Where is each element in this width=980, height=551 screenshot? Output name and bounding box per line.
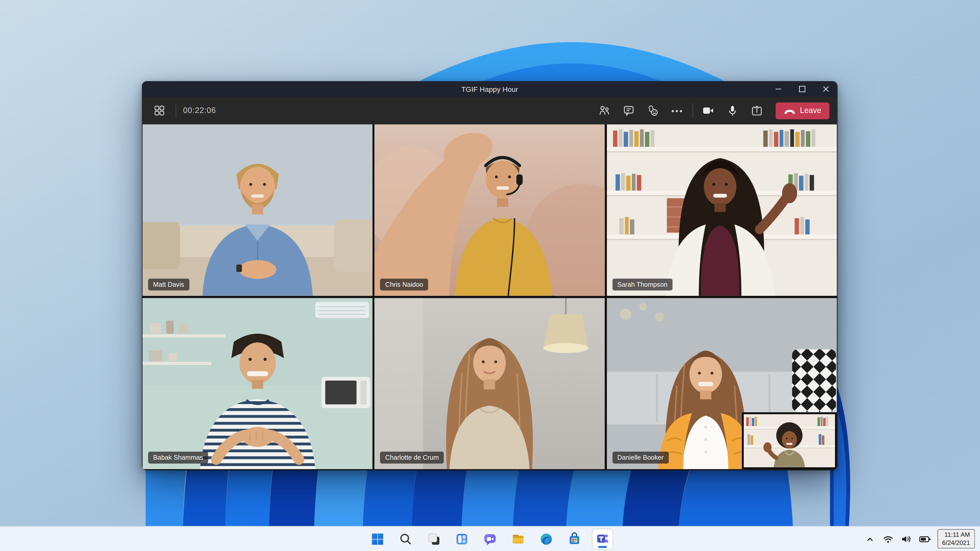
self-video-feed: [744, 414, 835, 467]
chat-icon: [622, 104, 635, 117]
network-button[interactable]: [881, 533, 894, 545]
edge-icon: [539, 531, 554, 546]
grid-view-icon: [153, 104, 165, 117]
leave-button[interactable]: Leave: [776, 102, 829, 119]
toolbar-divider: [176, 104, 176, 118]
camera-on-icon: [702, 104, 714, 117]
microphone-button[interactable]: [723, 101, 741, 120]
gallery-view-button[interactable]: [150, 101, 169, 120]
participant-name-label: Chris Naidoo: [380, 279, 428, 290]
task-view-button[interactable]: [424, 529, 444, 549]
start-button[interactable]: [368, 529, 387, 549]
widgets-button[interactable]: [452, 529, 472, 549]
widgets-icon: [454, 531, 469, 546]
self-view-pip[interactable]: [742, 412, 837, 469]
maximize-button[interactable]: [790, 81, 814, 97]
tray-chevron-button[interactable]: [863, 533, 876, 545]
file-explorer-button[interactable]: [508, 529, 528, 549]
ellipsis-icon: •••: [671, 106, 683, 115]
video-tile-matt-davis[interactable]: Matt Davis: [142, 124, 372, 295]
window-titlebar[interactable]: TGIF Happy Hour: [142, 81, 838, 97]
video-feed: [375, 124, 605, 295]
windows-start-icon: [370, 531, 385, 546]
tray-time: 11:11 AM: [942, 531, 970, 539]
reactions-button[interactable]: [644, 101, 662, 120]
task-view-icon: [426, 531, 441, 546]
share-screen-button[interactable]: [748, 101, 766, 120]
search-button[interactable]: [396, 529, 415, 549]
edge-browser-button[interactable]: [536, 529, 556, 549]
system-tray: 11:11 AM 6/24/2021: [863, 527, 975, 551]
volume-button[interactable]: [900, 533, 912, 545]
chat-button[interactable]: [619, 101, 638, 120]
file-explorer-icon: [511, 531, 526, 546]
video-feed: [142, 124, 372, 295]
video-tile-sarah-thompson[interactable]: Sarah Thompson: [607, 124, 837, 295]
tray-date: 6/24/2021: [942, 539, 970, 547]
microphone-icon: [726, 104, 739, 117]
window-title: TGIF Happy Hour: [142, 85, 838, 93]
teams-meeting-window: TGIF Happy Hour: [142, 81, 838, 470]
chat-app-button[interactable]: [480, 529, 500, 549]
battery-icon: [918, 533, 932, 545]
toolbar-left: 00:22:06: [150, 101, 216, 120]
chevron-up-icon: [863, 533, 876, 545]
search-icon: [398, 531, 413, 546]
minimize-icon: [773, 84, 783, 94]
video-feed: [142, 298, 372, 469]
reactions-icon: [646, 104, 659, 117]
taskbar: 11:11 AM 6/24/2021: [0, 526, 980, 551]
close-icon: [820, 84, 831, 94]
toolbar-divider: [692, 104, 693, 118]
participants-button[interactable]: [595, 101, 614, 120]
teams-icon: [595, 532, 610, 546]
more-options-button[interactable]: •••: [668, 101, 687, 120]
video-tile-babak-shammas[interactable]: Babak Shammas: [142, 298, 372, 469]
battery-button[interactable]: [918, 533, 932, 545]
window-controls: [766, 81, 837, 97]
hang-up-icon: [784, 105, 796, 116]
maximize-icon: [797, 84, 807, 94]
microsoft-store-button[interactable]: [564, 529, 584, 549]
video-feed: [607, 124, 837, 295]
participant-name-label: Matt Davis: [148, 279, 189, 290]
taskbar-center: [368, 527, 612, 551]
teams-app-button[interactable]: [593, 529, 612, 549]
video-tile-chris-naidoo[interactable]: Chris Naidoo: [375, 124, 605, 295]
desktop: TGIF Happy Hour: [0, 0, 980, 551]
leave-label: Leave: [800, 106, 821, 115]
speaker-icon: [900, 533, 912, 545]
video-tile-charlotte-de-crum[interactable]: Charlotte de Crum: [375, 298, 605, 469]
participant-name-label: Charlotte de Crum: [380, 452, 444, 464]
chat-app-icon: [483, 531, 498, 546]
meeting-timer: 00:22:06: [183, 106, 216, 115]
store-icon: [567, 531, 582, 546]
minimize-button[interactable]: [766, 81, 790, 97]
participant-name-label: Danielle Booker: [612, 452, 669, 464]
video-feed: [375, 298, 605, 469]
camera-button[interactable]: [699, 101, 718, 120]
taskbar-clock[interactable]: 11:11 AM 6/24/2021: [937, 529, 975, 548]
video-grid: Matt Davis: [142, 124, 837, 469]
share-screen-icon: [751, 104, 763, 117]
close-button[interactable]: [814, 81, 838, 97]
people-icon: [598, 104, 611, 117]
toolbar-right: •••: [595, 101, 829, 120]
participant-name-label: Sarah Thompson: [612, 279, 673, 290]
wifi-icon: [881, 533, 894, 545]
meeting-toolbar: 00:22:06: [142, 97, 838, 124]
participant-name-label: Babak Shammas: [148, 452, 208, 464]
